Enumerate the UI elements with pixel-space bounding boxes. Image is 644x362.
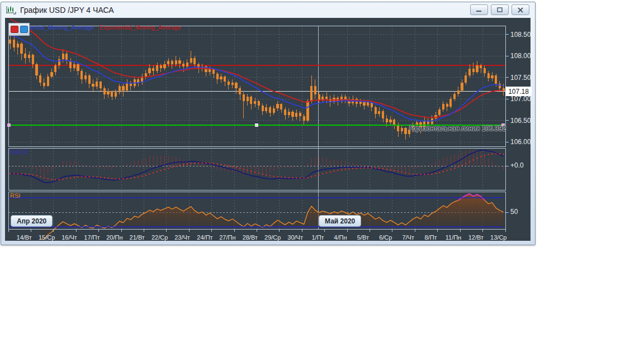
window-title: График USD /JPY 4 ЧАСА xyxy=(20,6,114,15)
date-tick-label: 13/Ср xyxy=(490,234,506,241)
maximize-button[interactable] xyxy=(491,4,509,15)
axis-ticks xyxy=(8,35,509,232)
rsi-panel-label: RSI xyxy=(10,192,20,199)
price-tick-label: 107.00 xyxy=(510,95,531,103)
date-tick-label: 4/Пн xyxy=(334,234,347,241)
ema-fast-color-chip[interactable] xyxy=(20,26,28,33)
minimize-icon xyxy=(476,7,482,12)
price-tick-label: 106.50 xyxy=(510,117,531,125)
date-tick-label: 7/Чт xyxy=(402,234,414,241)
close-icon xyxy=(517,7,524,13)
date-tick-label: 12/Вт xyxy=(468,234,484,241)
ema-slow-color-chip[interactable] xyxy=(11,26,18,33)
date-tick-label: 27/Пн xyxy=(219,234,235,241)
ema-slow-legend-label: Exponential_Moving_Average xyxy=(100,24,181,31)
date-tick-label: 16/Чт xyxy=(61,234,77,241)
ema-fast-legend-label: ential_Moving_Average xyxy=(30,24,94,31)
date-tick-label: 28/Вт xyxy=(243,234,258,241)
indicator-legend: ential_Moving_Average Exponential_Moving… xyxy=(30,24,181,31)
window-controls xyxy=(470,4,531,15)
date-tick-label: 21/Вт xyxy=(130,234,145,241)
indicator-chip-panel xyxy=(8,23,30,36)
date-tick-label: 23/Чт xyxy=(174,234,190,241)
price-tick-label: 108.50 xyxy=(510,31,531,39)
date-axis: 14/Вт15/Ср16/Чт17/Пт20/Пн21/Вт22/Ср23/Чт… xyxy=(5,234,531,242)
chart-client-area: ential_Moving_Average Exponential_Moving… xyxy=(5,18,531,241)
month-tab-may[interactable]: Май 2020 xyxy=(319,215,361,227)
date-tick-label: 15/Ср xyxy=(39,234,55,241)
rsi-axis-label: 50 xyxy=(510,208,518,216)
date-tick-label: 24/Пт xyxy=(197,234,212,241)
date-tick-label: 22/Ср xyxy=(151,234,168,241)
horizontal-line-tooltip: Горизонтальная линия 106.392 xyxy=(409,125,506,132)
current-price-badge: 107.18 xyxy=(505,87,532,96)
date-tick-label: 14/Вт xyxy=(17,234,32,241)
close-button[interactable] xyxy=(512,4,529,15)
title-bar[interactable]: График USD /JPY 4 ЧАСА xyxy=(1,2,535,17)
date-tick-label: 30/Чт xyxy=(287,234,303,241)
price-tick-label: 106.00 xyxy=(510,138,531,146)
chart-icon xyxy=(6,6,16,15)
date-tick-label: 20/Пн xyxy=(106,234,122,241)
date-tick-label: 5/Вт xyxy=(357,234,369,241)
macd-axis-label: +0.0 xyxy=(510,161,524,169)
date-tick-label: 11/Пн xyxy=(446,234,461,241)
date-tick-label: 29/Ср xyxy=(264,234,281,241)
date-tick-label: 17/Пт xyxy=(84,234,100,241)
minimize-button[interactable] xyxy=(470,4,488,15)
price-tick-label: 108.00 xyxy=(510,52,531,60)
month-tab-april[interactable]: Апр 2020 xyxy=(11,215,53,227)
price-tick-label: 107.50 xyxy=(510,74,531,82)
chart-window: График USD /JPY 4 ЧАСА xyxy=(1,2,536,245)
date-tick-label: 1/Пт xyxy=(311,234,324,241)
macd-panel-label: MACD xyxy=(10,149,28,155)
date-tick-label: 8/Пт xyxy=(425,234,437,241)
date-tick-label: 6/Ср xyxy=(379,234,392,241)
maximize-icon xyxy=(496,7,503,13)
